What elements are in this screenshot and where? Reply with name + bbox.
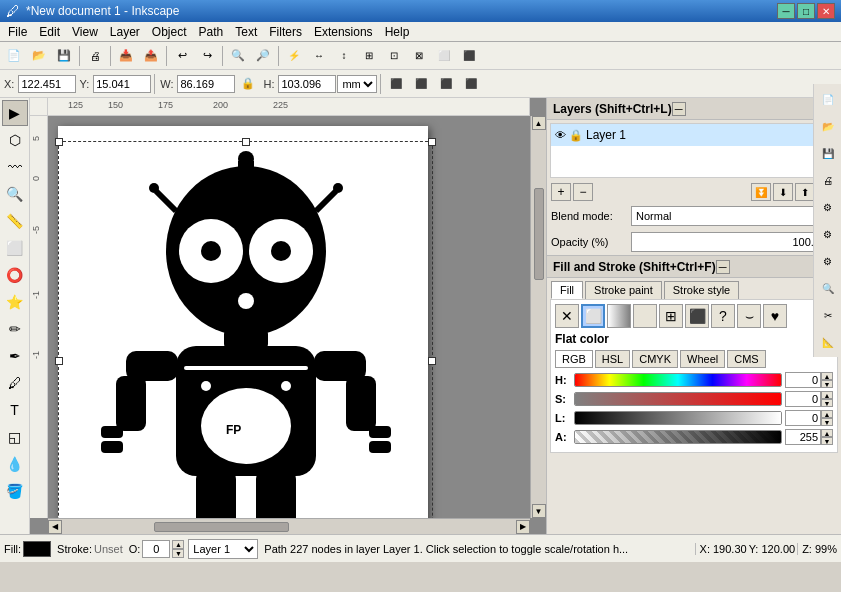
tweak-tool[interactable]: 〰 bbox=[2, 154, 28, 180]
l-down-btn[interactable]: ▼ bbox=[821, 418, 833, 426]
blend-select[interactable]: NormalMultiplyScreen bbox=[631, 206, 837, 226]
menu-item-file[interactable]: File bbox=[2, 23, 33, 41]
unit-select[interactable]: mmpxincm bbox=[337, 75, 377, 93]
gradient-tool[interactable]: ◱ bbox=[2, 424, 28, 450]
menu-item-text[interactable]: Text bbox=[229, 23, 263, 41]
snap6-btn[interactable]: ⊠ bbox=[407, 44, 431, 68]
vscroll-down-btn[interactable]: ▼ bbox=[532, 504, 546, 518]
menu-item-edit[interactable]: Edit bbox=[33, 23, 66, 41]
paint-tool[interactable]: 🪣 bbox=[2, 478, 28, 504]
h-down-btn[interactable]: ▼ bbox=[821, 380, 833, 388]
menu-item-view[interactable]: View bbox=[66, 23, 104, 41]
zoom-out-btn[interactable]: 🔎 bbox=[251, 44, 275, 68]
menu-item-help[interactable]: Help bbox=[379, 23, 416, 41]
canvas-scroll-area[interactable]: 125 150 175 200 225 5 0 -5 -1 -1 bbox=[30, 98, 546, 534]
dropper-tool[interactable]: 💧 bbox=[2, 451, 28, 477]
hscrollbar[interactable]: ◀ ▶ bbox=[48, 518, 530, 534]
node-tool[interactable]: ⬡ bbox=[2, 127, 28, 153]
w-input[interactable] bbox=[177, 75, 235, 93]
snap5-btn[interactable]: ⊡ bbox=[382, 44, 406, 68]
layer-down-btn[interactable]: ⬇ bbox=[773, 183, 793, 201]
fill-pattern-btn[interactable]: ⊞ bbox=[659, 304, 683, 328]
snap-tool10[interactable]: 📐 bbox=[815, 329, 841, 355]
fill-stroke-minimize-btn[interactable]: ─ bbox=[716, 260, 730, 274]
menu-item-filters[interactable]: Filters bbox=[263, 23, 308, 41]
transform-btn3[interactable]: ⬛ bbox=[434, 72, 458, 96]
pencil-tool[interactable]: ✏ bbox=[2, 316, 28, 342]
s-slider[interactable] bbox=[574, 392, 782, 406]
star-tool[interactable]: ⭐ bbox=[2, 289, 28, 315]
snap-tool7[interactable]: ⚙ bbox=[815, 248, 841, 274]
a-up-btn[interactable]: ▲ bbox=[821, 429, 833, 437]
undo-btn[interactable]: ↩ bbox=[170, 44, 194, 68]
layer-lock-icon[interactable]: 🔒 bbox=[569, 129, 583, 142]
a-slider[interactable] bbox=[574, 430, 782, 444]
text-tool[interactable]: T bbox=[2, 397, 28, 423]
snap-tool2[interactable]: 📂 bbox=[815, 113, 841, 139]
vscrollbar[interactable]: ▲ ▼ bbox=[530, 116, 546, 518]
measure-tool[interactable]: 📏 bbox=[2, 208, 28, 234]
color-tab-cmyk[interactable]: CMYK bbox=[632, 350, 678, 368]
snap2-btn[interactable]: ↔ bbox=[307, 44, 331, 68]
color-tab-rgb[interactable]: RGB bbox=[555, 350, 593, 368]
export-btn[interactable]: 📤 bbox=[139, 44, 163, 68]
close-button[interactable]: ✕ bbox=[817, 3, 835, 19]
tab-stroke-paint[interactable]: Stroke paint bbox=[585, 281, 662, 299]
snap-tool8[interactable]: 🔍 bbox=[815, 275, 841, 301]
fill-linear-btn[interactable] bbox=[607, 304, 631, 328]
maximize-button[interactable]: □ bbox=[797, 3, 815, 19]
snap3-btn[interactable]: ↕ bbox=[332, 44, 356, 68]
opacity-status-down[interactable]: ▼ bbox=[172, 549, 184, 558]
s-up-btn[interactable]: ▲ bbox=[821, 391, 833, 399]
zoom-tool[interactable]: 🔍 bbox=[2, 181, 28, 207]
zoom-in-btn[interactable]: 🔍 bbox=[226, 44, 250, 68]
a-value-input[interactable] bbox=[785, 429, 821, 445]
opacity-input[interactable] bbox=[631, 232, 823, 252]
snap-tool1[interactable]: 📄 bbox=[815, 98, 841, 112]
layer-to-bottom-btn[interactable]: ⏬ bbox=[751, 183, 771, 201]
select-tool[interactable]: ▶ bbox=[2, 100, 28, 126]
calligraphy-tool[interactable]: 🖊 bbox=[2, 370, 28, 396]
import-btn[interactable]: 📥 bbox=[114, 44, 138, 68]
snap7-btn[interactable]: ⬜ bbox=[432, 44, 456, 68]
layer-select-status[interactable]: Layer 1 bbox=[188, 539, 258, 559]
snap-tool9[interactable]: ✂ bbox=[815, 302, 841, 328]
remove-layer-btn[interactable]: − bbox=[573, 183, 593, 201]
snap8-btn[interactable]: ⬛ bbox=[457, 44, 481, 68]
color-tab-hsl[interactable]: HSL bbox=[595, 350, 630, 368]
layers-minimize-btn[interactable]: ─ bbox=[672, 102, 686, 116]
fill-none-btn[interactable]: ✕ bbox=[555, 304, 579, 328]
h-up-btn[interactable]: ▲ bbox=[821, 372, 833, 380]
x-input[interactable] bbox=[18, 75, 76, 93]
l-slider[interactable] bbox=[574, 411, 782, 425]
snap-tool5[interactable]: ⚙ bbox=[815, 194, 841, 220]
menu-item-layer[interactable]: Layer bbox=[104, 23, 146, 41]
transform-btn2[interactable]: ⬛ bbox=[409, 72, 433, 96]
snap4-btn[interactable]: ⊞ bbox=[357, 44, 381, 68]
fill-unset-btn[interactable]: ⌣ bbox=[737, 304, 761, 328]
snap-btn[interactable]: ⚡ bbox=[282, 44, 306, 68]
rect-tool[interactable]: ⬜ bbox=[2, 235, 28, 261]
fill-swatch-btn[interactable]: ⬛ bbox=[685, 304, 709, 328]
layer-visibility-icon[interactable]: 👁 bbox=[555, 129, 566, 141]
fill-flat-btn[interactable]: ⬜ bbox=[581, 304, 605, 328]
layers-list[interactable]: 👁 🔒 Layer 1 bbox=[550, 123, 838, 178]
open-btn[interactable]: 📂 bbox=[27, 44, 51, 68]
h-input[interactable] bbox=[278, 75, 336, 93]
opacity-status-input[interactable] bbox=[142, 540, 170, 558]
l-value-input[interactable] bbox=[785, 410, 821, 426]
print-btn[interactable]: 🖨 bbox=[83, 44, 107, 68]
s-down-btn[interactable]: ▼ bbox=[821, 399, 833, 407]
snap-tool6[interactable]: ⚙ bbox=[815, 221, 841, 247]
layer-item[interactable]: 👁 🔒 Layer 1 bbox=[551, 124, 837, 146]
opacity-status-up[interactable]: ▲ bbox=[172, 540, 184, 549]
minimize-button[interactable]: ─ bbox=[777, 3, 795, 19]
add-layer-btn[interactable]: + bbox=[551, 183, 571, 201]
pen-tool[interactable]: ✒ bbox=[2, 343, 28, 369]
tab-stroke-style[interactable]: Stroke style bbox=[664, 281, 739, 299]
menu-item-object[interactable]: Object bbox=[146, 23, 193, 41]
snap-tool3[interactable]: 💾 bbox=[815, 140, 841, 166]
a-down-btn[interactable]: ▼ bbox=[821, 437, 833, 445]
l-up-btn[interactable]: ▲ bbox=[821, 410, 833, 418]
save-btn[interactable]: 💾 bbox=[52, 44, 76, 68]
